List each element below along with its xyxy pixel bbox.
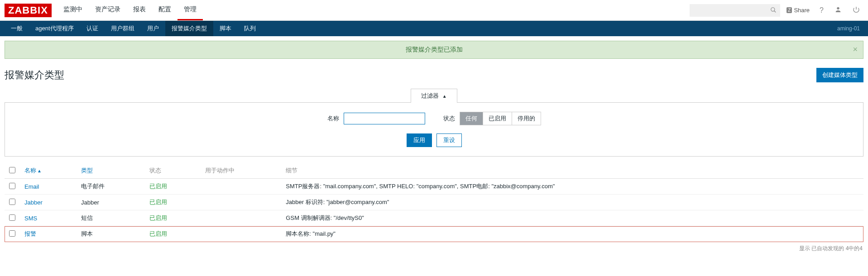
host-name: aming-01 <box>837 25 863 32</box>
used-in-cell <box>201 210 281 226</box>
select-all-checkbox[interactable] <box>9 167 15 173</box>
media-name-link[interactable]: 报警 <box>24 230 36 237</box>
topnav-item[interactable]: 管理 <box>177 0 203 20</box>
used-in-cell <box>201 226 281 242</box>
table-row: 报警脚本已启用脚本名称: "mail.py" <box>5 226 863 242</box>
brand-logo[interactable]: ZABBIX <box>5 4 52 17</box>
subnav-item[interactable]: agent代理程序 <box>29 21 80 36</box>
status-option[interactable]: 停用的 <box>512 112 541 125</box>
status-link[interactable]: 已启用 <box>149 199 167 205</box>
filter-tab-label: 过滤器 <box>421 92 439 99</box>
table-row: Email电子邮件已启用SMTP服务器: "mail.company.com",… <box>5 179 863 195</box>
media-type-cell: 短信 <box>77 210 145 226</box>
subnav-item[interactable]: 用户 <box>141 21 165 36</box>
media-name-link[interactable]: SMS <box>24 215 37 222</box>
filter-name-label: 名称 <box>327 114 339 123</box>
status-option[interactable]: 已启用 <box>483 112 512 125</box>
svg-line-1 <box>774 10 776 12</box>
filter-name-field: 名称 <box>327 113 425 124</box>
header-name[interactable]: 名称 <box>24 167 36 174</box>
filter-status-label: 状态 <box>443 114 455 123</box>
search-icon[interactable] <box>770 7 777 14</box>
page-title: 报警媒介类型 <box>5 68 64 82</box>
reset-button[interactable]: 重设 <box>436 133 462 147</box>
user-icon[interactable] <box>831 6 845 15</box>
media-type-cell: 电子邮件 <box>77 179 145 195</box>
media-name-link[interactable]: Jabber <box>24 199 43 206</box>
filter-name-input[interactable] <box>344 113 425 124</box>
status-link[interactable]: 已启用 <box>149 214 167 221</box>
page-header: 报警媒介类型 创建媒体类型 <box>0 63 868 89</box>
topnav-item[interactable]: 监测中 <box>57 0 89 20</box>
table-row: SMS短信已启用GSM 调制解调器: "/dev/ttyS0" <box>5 210 863 226</box>
topnav-item[interactable]: 配置 <box>152 0 177 20</box>
subnav-item[interactable]: 队列 <box>238 21 262 36</box>
used-in-cell <box>201 195 281 210</box>
media-type-cell: 脚本 <box>77 226 145 242</box>
close-icon[interactable]: × <box>853 45 858 54</box>
filter-toggle-tab[interactable]: 过滤器 ▲ <box>411 89 457 103</box>
row-checkbox[interactable] <box>9 230 15 237</box>
status-radio-group: 任何已启用停用的 <box>460 112 541 125</box>
success-text: 报警媒介类型已添加 <box>406 46 463 53</box>
global-search <box>690 4 780 17</box>
topnav-item[interactable]: 资产记录 <box>89 0 127 20</box>
filter-status-field: 状态 任何已启用停用的 <box>443 112 541 125</box>
details-cell: 脚本名称: "mail.py" <box>281 226 863 242</box>
status-link[interactable]: 已启用 <box>149 183 167 190</box>
media-type-table: 名称▲ 类型 状态 用于动作中 细节 Email电子邮件已启用SMTP服务器: … <box>5 163 863 242</box>
header-used-in: 用于动作中 <box>201 163 281 179</box>
chevron-up-icon: ▲ <box>442 94 447 99</box>
row-checkbox[interactable] <box>9 183 15 189</box>
row-checkbox[interactable] <box>9 199 15 205</box>
status-link[interactable]: 已启用 <box>149 230 167 237</box>
create-media-type-button[interactable]: 创建媒体类型 <box>816 68 863 82</box>
power-icon[interactable] <box>849 6 863 15</box>
header-type[interactable]: 类型 <box>81 167 93 174</box>
share-label: Share <box>794 7 810 14</box>
table-row: JabberJabber已启用Jabber 标识符: "jabber@compa… <box>5 195 863 210</box>
topnav-items: 监测中资产记录报表配置管理 <box>57 0 203 20</box>
top-nav: ZABBIX 监测中资产记录报表配置管理 Z Share ? <box>0 0 868 21</box>
success-message: 报警媒介类型已添加 × <box>5 41 863 59</box>
topnav-item[interactable]: 报表 <box>127 0 152 20</box>
subnav-item[interactable]: 报警媒介类型 <box>165 21 213 36</box>
details-cell: Jabber 标识符: "jabber@company.com" <box>281 195 863 210</box>
media-type-cell: Jabber <box>77 195 145 210</box>
used-in-cell <box>201 179 281 195</box>
svg-point-2 <box>837 7 839 9</box>
apply-button[interactable]: 应用 <box>407 133 432 147</box>
svg-point-0 <box>771 7 775 11</box>
subnav-items: 一般agent代理程序认证用户群组用户报警媒介类型脚本队列 <box>5 21 262 36</box>
share-button[interactable]: Z Share <box>784 7 812 14</box>
status-option[interactable]: 任何 <box>460 112 483 125</box>
subnav-item[interactable]: 认证 <box>80 21 105 36</box>
footer-count: 显示 已自动发现的 4中的4 <box>0 245 863 252</box>
z-badge-icon: Z <box>786 7 792 13</box>
sub-nav: 一般agent代理程序认证用户群组用户报警媒介类型脚本队列 aming-01 <box>0 21 868 36</box>
subnav-item[interactable]: 用户群组 <box>105 21 141 36</box>
header-details: 细节 <box>281 163 863 179</box>
subnav-item[interactable]: 一般 <box>5 21 29 36</box>
sort-asc-icon: ▲ <box>37 168 42 173</box>
topnav-right: Z Share ? <box>690 4 863 17</box>
subnav-item[interactable]: 脚本 <box>213 21 238 36</box>
table-header-row: 名称▲ 类型 状态 用于动作中 细节 <box>5 163 863 179</box>
filter-body: 名称 状态 任何已启用停用的 应用 重设 <box>5 102 863 157</box>
details-cell: SMTP服务器: "mail.company.com", SMTP HELO: … <box>281 179 863 195</box>
help-icon[interactable]: ? <box>816 6 827 14</box>
filter-panel: 过滤器 ▲ 名称 状态 任何已启用停用的 应用 重设 <box>5 89 863 157</box>
details-cell: GSM 调制解调器: "/dev/ttyS0" <box>281 210 863 226</box>
row-checkbox[interactable] <box>9 214 15 221</box>
header-status: 状态 <box>145 163 201 179</box>
media-name-link[interactable]: Email <box>24 183 39 190</box>
search-input[interactable] <box>690 4 780 17</box>
